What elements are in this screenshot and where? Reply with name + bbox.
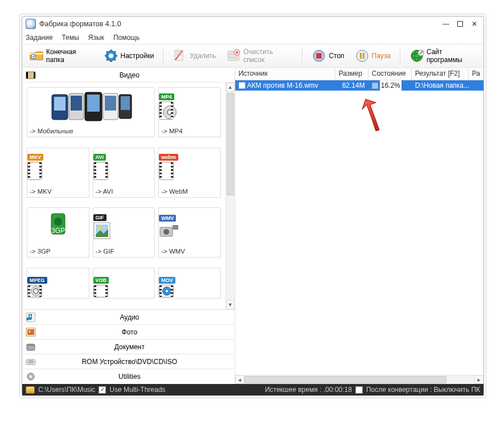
tile-mp4[interactable]: MP4 -> MP4 bbox=[158, 87, 221, 137]
multithread-checkbox[interactable]: ✓ bbox=[99, 386, 106, 394]
document-icon bbox=[26, 342, 36, 352]
format-grid: -> Мобильные MP4 -> MP4 MKV bbox=[22, 83, 226, 309]
wmv-icon: WMV bbox=[159, 211, 220, 242]
svg-point-39 bbox=[97, 226, 101, 230]
category-video-label: Видео bbox=[42, 71, 235, 79]
tile-3gp[interactable]: 3GP -> 3GP bbox=[27, 207, 89, 257]
tile-vob[interactable]: VOB bbox=[93, 268, 155, 299]
category-utilities[interactable]: Utilities bbox=[22, 369, 235, 384]
table-header: Источник Размер Состояние Результат [F2]… bbox=[235, 68, 483, 80]
svg-rect-45 bbox=[27, 329, 34, 335]
menu-help[interactable]: Помощь bbox=[113, 34, 140, 42]
gear-small-icon bbox=[26, 371, 36, 382]
pause-button[interactable]: Пауза bbox=[351, 47, 394, 64]
task-rows: АКМ против М-16.wmv 62.14M 16.2% D:\Нова… bbox=[235, 80, 483, 375]
row-result: D:\Новая папка... bbox=[412, 80, 469, 91]
remove-label: Удалить bbox=[190, 52, 216, 60]
after-convert-label: После конвертации : Выключить ПК bbox=[366, 386, 480, 394]
remove-button[interactable]: Удалить bbox=[169, 47, 219, 64]
tile-mp4-label: -> MP4 bbox=[161, 128, 182, 134]
menu-themes[interactable]: Темы bbox=[62, 34, 79, 42]
elapsed-time: Истекшее время : .00:00:18 bbox=[265, 386, 352, 394]
category-photo[interactable]: Фото bbox=[22, 325, 235, 340]
category-document[interactable]: Документ bbox=[22, 340, 235, 354]
tile-3gp-label: -> 3GP bbox=[30, 248, 51, 255]
svg-rect-5 bbox=[176, 51, 182, 52]
site-button[interactable]: Сайт программы bbox=[406, 47, 480, 65]
stop-button[interactable]: Стоп bbox=[308, 47, 347, 64]
mov-icon: MOV bbox=[159, 272, 220, 299]
category-rom[interactable]: ROM Устройство\DVD\CD\ISO bbox=[22, 354, 235, 369]
app-icon bbox=[26, 19, 36, 29]
svg-rect-7 bbox=[176, 55, 182, 55]
window-title: Фабрика форматов 4.1.0 bbox=[39, 20, 442, 28]
category-audio-label: Аудио bbox=[42, 313, 235, 321]
stop-icon bbox=[312, 48, 326, 63]
col-result[interactable]: Результат [F2] bbox=[412, 68, 469, 80]
output-folder-label: Конечная папка bbox=[46, 48, 93, 64]
clear-icon bbox=[226, 48, 241, 63]
svg-text:3GP: 3GP bbox=[51, 227, 65, 235]
category-audio[interactable]: Аудио bbox=[22, 310, 235, 325]
tile-avi[interactable]: AVI -> AVI bbox=[93, 148, 155, 198]
tile-mkv[interactable]: MKV -> MKV bbox=[27, 148, 89, 198]
svg-point-35 bbox=[54, 218, 62, 226]
svg-rect-22 bbox=[26, 72, 28, 79]
state-square-icon bbox=[372, 83, 378, 89]
file-icon bbox=[239, 82, 245, 89]
hscroll-thumb[interactable] bbox=[244, 376, 447, 383]
svg-rect-6 bbox=[176, 53, 182, 54]
category-doc-label: Документ bbox=[42, 343, 235, 351]
tile-wmv[interactable]: WMV -> WMV bbox=[158, 207, 221, 257]
maximize-button[interactable] bbox=[457, 21, 463, 27]
tile-mpeg[interactable]: MPEG bbox=[27, 268, 89, 299]
statusbar: C:\Users\ПК\Music ✓ Use Multi-Threads Ис… bbox=[22, 384, 483, 395]
svg-rect-13 bbox=[317, 54, 321, 58]
settings-button[interactable]: Настройки bbox=[100, 47, 158, 64]
svg-rect-42 bbox=[173, 225, 178, 230]
after-convert-checkbox[interactable] bbox=[355, 386, 363, 394]
horizontal-scrollbar[interactable]: ◄ ► bbox=[235, 375, 483, 384]
category-header-video[interactable]: Видео bbox=[22, 68, 235, 83]
scrollbar-thumb[interactable] bbox=[227, 93, 234, 195]
category-rom-label: ROM Устройство\DVD\CD\ISO bbox=[42, 358, 235, 366]
task-panel: Источник Размер Состояние Результат [F2]… bbox=[235, 68, 483, 384]
svg-point-52 bbox=[30, 375, 32, 378]
tile-mov[interactable]: MOV bbox=[158, 268, 221, 299]
col-size[interactable]: Размер bbox=[335, 68, 368, 80]
table-row[interactable]: АКМ против М-16.wmv 62.14M 16.2% D:\Нова… bbox=[235, 80, 483, 91]
music-note-icon bbox=[26, 312, 36, 322]
mkv-icon: MKV bbox=[27, 152, 89, 182]
close-button[interactable]: ✕ bbox=[471, 21, 478, 27]
menu-lang[interactable]: Язык bbox=[88, 34, 104, 42]
svg-point-46 bbox=[28, 330, 31, 333]
tile-webm[interactable]: webm -> WebM bbox=[158, 148, 221, 198]
status-folder-icon[interactable] bbox=[26, 386, 35, 394]
col-source[interactable]: Источник bbox=[235, 68, 335, 80]
vob-icon: VOB bbox=[93, 272, 155, 299]
menu-task[interactable]: Задание bbox=[26, 34, 53, 42]
menubar: Задание Темы Язык Помощь bbox=[22, 31, 483, 44]
mpeg-icon: MPEG bbox=[27, 272, 89, 299]
photo-icon bbox=[26, 327, 36, 337]
category-photo-label: Фото bbox=[42, 328, 235, 336]
output-folder-button[interactable]: Конечная папка bbox=[26, 47, 97, 65]
svg-point-3 bbox=[109, 54, 113, 58]
tile-avi-label: -> AVI bbox=[96, 188, 113, 195]
row-source: АКМ против М-16.wmv bbox=[247, 80, 318, 91]
minimize-button[interactable]: — bbox=[442, 21, 449, 27]
col-extra[interactable]: Ра bbox=[469, 68, 483, 80]
tile-gif[interactable]: GIF -> GIF bbox=[93, 207, 155, 257]
sidebar-scrollbar[interactable]: ▲ ▼ bbox=[226, 83, 235, 309]
tile-mobile-label: -> Мобильные bbox=[30, 128, 73, 134]
remove-icon bbox=[173, 48, 187, 63]
clear-list-button[interactable]: Очистить список bbox=[223, 47, 296, 65]
tile-webm-label: -> WebM bbox=[161, 188, 188, 195]
col-state[interactable]: Состояние bbox=[368, 68, 412, 80]
video-icon bbox=[26, 70, 36, 80]
folder-icon bbox=[29, 48, 44, 63]
svg-point-14 bbox=[357, 50, 368, 62]
tile-mobile[interactable]: -> Мобильные bbox=[27, 87, 155, 137]
svg-point-41 bbox=[163, 229, 169, 235]
status-path: C:\Users\ПК\Music bbox=[38, 386, 95, 394]
